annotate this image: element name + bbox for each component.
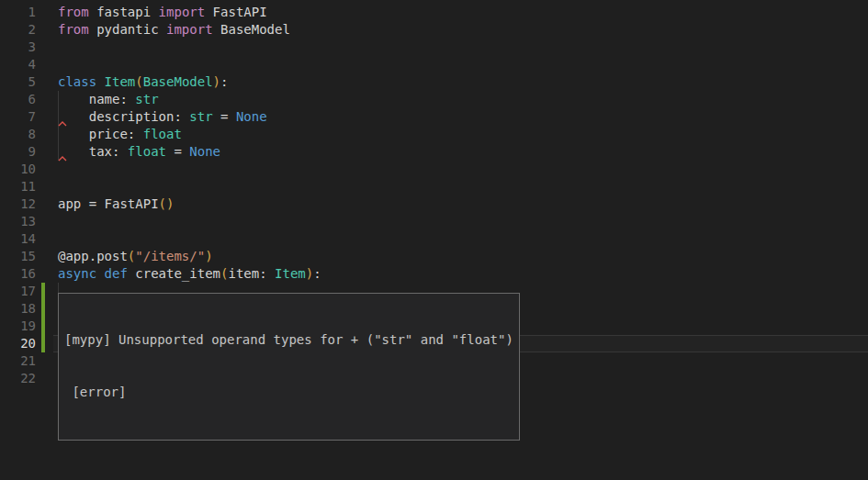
code-token: None — [236, 109, 267, 124]
line-number[interactable]: 16 — [0, 265, 36, 283]
code-text: price: float — [58, 126, 182, 143]
git-added-bar — [41, 300, 45, 318]
code-line[interactable]: 11 — [0, 178, 868, 195]
code-text: class Item(BaseModel): — [58, 73, 228, 91]
line-number[interactable]: 10 — [0, 161, 36, 178]
code-token: ) — [213, 74, 220, 89]
code-text: description: str = None — [58, 108, 267, 126]
code-line[interactable]: 13 — [0, 213, 868, 230]
code-token: ) — [205, 249, 212, 263]
code-line[interactable]: 10 — [0, 161, 868, 178]
code-token: name: — [58, 92, 135, 106]
diagnostic-severity: [error] — [64, 384, 513, 401]
code-token: ) — [306, 266, 313, 281]
code-text: from fastapi import FastAPI — [58, 4, 267, 21]
code-text: name: str — [58, 91, 159, 108]
code-token: Item — [275, 266, 306, 281]
code-token: item: — [228, 266, 275, 281]
code-line[interactable]: 8 price: float — [0, 126, 868, 143]
code-token: app = FastAPI — [58, 196, 159, 211]
code-text: app = FastAPI() — [58, 195, 174, 213]
diagnostic-message: [mypy] Unsupported operand types for + (… — [64, 331, 513, 349]
line-number[interactable]: 14 — [0, 230, 36, 248]
code-token: fastapi — [96, 5, 158, 19]
code-line[interactable]: 2from pydantic import BaseModel — [0, 21, 868, 39]
code-token: create_item — [135, 266, 220, 281]
git-added-bar — [41, 335, 45, 352]
code-token: BaseModel — [220, 22, 290, 37]
code-token: description: — [58, 109, 189, 124]
code-token: tax: — [58, 144, 128, 159]
code-token: import — [159, 5, 213, 19]
code-token: price: — [58, 127, 143, 141]
code-editor: 1from fastapi import FastAPI2from pydant… — [0, 0, 868, 480]
code-line[interactable]: 9 tax: float = None — [0, 143, 868, 161]
code-text: tax: float = None — [58, 143, 220, 161]
line-number[interactable]: 20 — [0, 335, 36, 352]
line-number[interactable]: 15 — [0, 248, 36, 265]
code-line[interactable]: 6 name: str — [0, 91, 868, 108]
code-token: Item — [105, 74, 136, 89]
error-caret-icon — [58, 121, 67, 127]
line-number[interactable]: 22 — [0, 370, 36, 387]
error-caret-icon — [58, 156, 67, 162]
code-line[interactable]: 14 — [0, 230, 868, 248]
line-number[interactable]: 11 — [0, 178, 36, 195]
code-line[interactable]: 7 description: str = None — [0, 108, 868, 126]
code-token: float — [143, 127, 182, 141]
code-token: "/items/" — [135, 249, 205, 263]
code-token: ( — [135, 74, 142, 89]
code-token: @app.post — [58, 249, 128, 263]
code-line[interactable]: 4 — [0, 56, 868, 73]
code-token: : — [313, 266, 321, 281]
line-number[interactable]: 5 — [0, 73, 36, 91]
diagnostic-tooltip: [mypy] Unsupported operand types for + (… — [58, 293, 520, 441]
code-token: class — [58, 74, 105, 89]
code-token: str — [189, 109, 212, 124]
line-number[interactable]: 3 — [0, 39, 36, 56]
line-number[interactable]: 19 — [0, 318, 36, 335]
line-number[interactable]: 18 — [0, 300, 36, 318]
line-number[interactable]: 12 — [0, 195, 36, 213]
code-token: pydantic — [96, 22, 166, 37]
code-token: BaseModel — [143, 74, 213, 89]
line-number[interactable]: 13 — [0, 213, 36, 230]
code-text: @app.post("/items/") — [58, 248, 213, 265]
code-token: from — [58, 5, 96, 19]
code-line[interactable]: 3 — [0, 39, 868, 56]
line-number[interactable]: 8 — [0, 126, 36, 143]
line-number[interactable]: 4 — [0, 56, 36, 73]
code-token: = — [166, 144, 189, 159]
git-added-bar — [41, 283, 45, 300]
code-token: float — [128, 144, 166, 159]
line-number[interactable]: 1 — [0, 4, 36, 21]
line-number[interactable]: 6 — [0, 91, 36, 108]
line-number[interactable]: 17 — [0, 283, 36, 300]
line-number[interactable]: 9 — [0, 143, 36, 161]
code-token: : — [220, 74, 228, 89]
code-token: None — [189, 144, 220, 159]
code-token: from — [58, 22, 96, 37]
code-line[interactable]: 1from fastapi import FastAPI — [0, 4, 868, 21]
code-token: str — [135, 92, 158, 106]
code-token: import — [166, 22, 220, 37]
code-token: async def — [58, 266, 135, 281]
git-added-bar — [41, 318, 45, 335]
code-token: () — [159, 196, 175, 211]
line-number[interactable]: 7 — [0, 108, 36, 126]
code-text: async def create_item(item: Item): — [58, 265, 321, 283]
code-text: from pydantic import BaseModel — [58, 21, 290, 39]
code-line[interactable]: 12app = FastAPI() — [0, 195, 868, 213]
code-line[interactable]: 16async def create_item(item: Item): — [0, 265, 868, 283]
code-token: = — [213, 109, 236, 124]
code-line[interactable]: 15@app.post("/items/") — [0, 248, 868, 265]
line-number[interactable]: 2 — [0, 21, 36, 39]
code-line[interactable]: 5class Item(BaseModel): — [0, 73, 868, 91]
code-token: FastAPI — [213, 5, 267, 19]
line-number[interactable]: 21 — [0, 352, 36, 370]
